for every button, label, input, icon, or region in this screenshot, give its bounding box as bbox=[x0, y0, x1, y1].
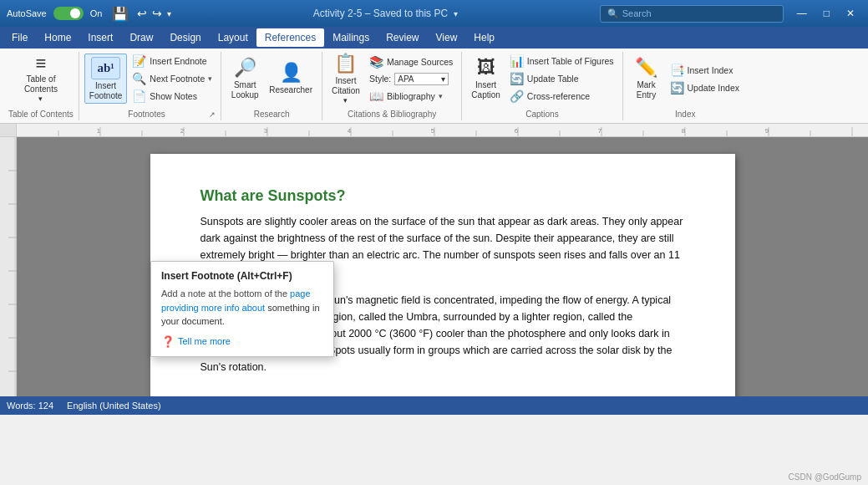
svg-text:7: 7 bbox=[598, 127, 602, 135]
update-table-button[interactable]: 🔄 Update Table bbox=[506, 70, 617, 87]
ribbon-group-captions: 🖼 InsertCaption 📊 Insert Table of Figure… bbox=[462, 52, 622, 120]
update-table-icon: 🔄 bbox=[510, 72, 524, 85]
undo-icon[interactable]: ↩ bbox=[137, 7, 147, 20]
toc-group-footer: Table of Contents bbox=[8, 108, 74, 120]
title-bar: AutoSave On 💾 ↩ ↪ ▾ Activity 2-5 – Saved… bbox=[0, 0, 868, 27]
bibliography-label: Bibliography bbox=[387, 91, 435, 101]
menu-review[interactable]: Review bbox=[378, 28, 427, 47]
captions-items: 🖼 InsertCaption 📊 Insert Table of Figure… bbox=[467, 54, 617, 107]
caption-icon: 🖼 bbox=[477, 57, 495, 79]
ribbon-group-research: 🔎 SmartLookup 👤 Researcher Research bbox=[221, 52, 322, 120]
captions-group-footer: Captions bbox=[467, 108, 617, 120]
ribbon-group-toc: ≡ Table ofContents ▾ Table of Contents bbox=[3, 52, 79, 120]
style-value: APA bbox=[398, 74, 414, 84]
save-icon[interactable]: 💾 bbox=[112, 6, 129, 22]
menu-help[interactable]: Help bbox=[465, 28, 503, 47]
insert-endnote-button[interactable]: 📝 Insert Endnote bbox=[129, 53, 216, 69]
document-area: What are Sunspots? Sunspots are slightly… bbox=[0, 137, 868, 396]
index-small-group: 📑 Insert Index 🔄 Update Index bbox=[667, 54, 743, 104]
ribbon: ≡ Table ofContents ▾ Table of Contents a… bbox=[0, 48, 868, 124]
language: English (United States) bbox=[67, 401, 161, 411]
footnote-icon: ab¹ bbox=[91, 57, 119, 79]
maximize-button[interactable]: □ bbox=[817, 8, 836, 19]
index-group-footer: Index bbox=[628, 108, 743, 120]
insert-citation-button[interactable]: 📋 InsertCitation ▾ bbox=[327, 54, 364, 104]
tooltip-tell-more-link[interactable]: ❓ Tell me more bbox=[161, 335, 323, 348]
menu-home[interactable]: Home bbox=[36, 28, 79, 47]
captions-small-group: 📊 Insert Table of Figures 🔄 Update Table… bbox=[506, 54, 617, 104]
endnote-icon: 📝 bbox=[132, 54, 146, 68]
ruler: 1 2 3 4 5 6 7 8 9 bbox=[0, 124, 868, 137]
style-label: Style: bbox=[369, 74, 391, 84]
mark-entry-icon: ✏️ bbox=[635, 57, 657, 79]
citation-arrow-icon: ▾ bbox=[343, 96, 348, 105]
menu-mailings[interactable]: Mailings bbox=[324, 28, 378, 47]
help-icon: ❓ bbox=[161, 335, 175, 348]
toc-arrow-icon: ▾ bbox=[38, 94, 43, 103]
search-box[interactable]: 🔍 Search bbox=[600, 5, 784, 23]
menu-design[interactable]: Design bbox=[161, 28, 209, 47]
update-table-label: Update Table bbox=[527, 74, 579, 84]
research-items: 🔎 SmartLookup 👤 Researcher bbox=[226, 54, 317, 107]
show-notes-label: Show Notes bbox=[150, 91, 197, 101]
menu-draw[interactable]: Draw bbox=[121, 28, 161, 47]
insert-endnote-label: Insert Endnote bbox=[150, 56, 206, 66]
svg-text:2: 2 bbox=[180, 127, 185, 135]
insert-footnote-button[interactable]: ab¹ InsertFootnote bbox=[84, 54, 127, 104]
next-footnote-icon: 🔍 bbox=[132, 72, 146, 85]
redo-icon[interactable]: ↪ bbox=[152, 7, 162, 20]
bibliography-button[interactable]: 📖 Bibliography ▾ bbox=[366, 88, 456, 105]
cross-reference-button[interactable]: 🔗 Cross-reference bbox=[506, 88, 617, 105]
smart-lookup-label: SmartLookup bbox=[231, 80, 259, 100]
manage-sources-button[interactable]: 📚 Manage Sources bbox=[366, 54, 456, 70]
autosave-state: On bbox=[90, 8, 103, 18]
update-index-icon: 🔄 bbox=[670, 81, 684, 94]
autosave-label: AutoSave bbox=[7, 8, 47, 18]
footnotes-expand-icon[interactable]: ↗ bbox=[209, 110, 216, 119]
toc-label: Table ofContents bbox=[24, 74, 58, 94]
researcher-button[interactable]: 👤 Researcher bbox=[265, 54, 317, 104]
show-notes-button[interactable]: 📄 Show Notes bbox=[129, 88, 216, 105]
tooltip-title: Insert Footnote (Alt+Ctrl+F) bbox=[161, 270, 323, 282]
manage-sources-label: Manage Sources bbox=[387, 57, 453, 67]
insert-citation-label: InsertCitation bbox=[332, 76, 360, 96]
toc-items: ≡ Table ofContents ▾ bbox=[20, 54, 62, 107]
toc-button[interactable]: ≡ Table ofContents ▾ bbox=[20, 54, 62, 104]
title-dropdown-icon[interactable]: ▾ bbox=[454, 9, 458, 18]
svg-text:4: 4 bbox=[348, 127, 352, 135]
search-placeholder: Search bbox=[622, 8, 652, 18]
status-bar: Words: 124 English (United States) bbox=[0, 396, 868, 415]
window-controls: — □ ✕ bbox=[790, 8, 861, 19]
close-button[interactable]: ✕ bbox=[840, 8, 861, 19]
mark-entry-button[interactable]: ✏️ MarkEntry bbox=[628, 54, 665, 104]
next-footnote-button[interactable]: 🔍 Next Footnote ▾ bbox=[129, 70, 216, 87]
insert-index-button[interactable]: 📑 Insert Index bbox=[667, 62, 743, 79]
update-index-label: Update Index bbox=[688, 83, 739, 93]
menu-view[interactable]: View bbox=[428, 28, 466, 47]
citations-small-group: 📚 Manage Sources Style: APA ▾ 📖 Bibliogr… bbox=[366, 54, 456, 104]
minimize-button[interactable]: — bbox=[790, 8, 814, 19]
update-index-button[interactable]: 🔄 Update Index bbox=[667, 79, 743, 96]
cross-reference-icon: 🔗 bbox=[510, 89, 524, 103]
next-footnote-label: Next Footnote bbox=[150, 74, 205, 84]
insert-caption-button[interactable]: 🖼 InsertCaption bbox=[467, 54, 504, 104]
style-dropdown-arrow: ▾ bbox=[441, 74, 445, 84]
footnotes-group-footer: Footnotes ↗ bbox=[84, 108, 216, 120]
search-icon: 🔍 bbox=[607, 8, 619, 19]
show-notes-icon: 📄 bbox=[132, 89, 146, 103]
style-row: Style: APA ▾ bbox=[366, 71, 456, 87]
tooltip-body: Add a note at the bottom of the page pro… bbox=[161, 287, 323, 329]
autosave-toggle[interactable] bbox=[53, 7, 84, 20]
researcher-label: Researcher bbox=[269, 85, 312, 95]
svg-text:9: 9 bbox=[765, 127, 769, 135]
menu-references[interactable]: References bbox=[256, 28, 324, 47]
research-group-footer: Research bbox=[226, 108, 317, 120]
menu-layout[interactable]: Layout bbox=[210, 28, 256, 47]
citations-items: 📋 InsertCitation ▾ 📚 Manage Sources Styl… bbox=[327, 54, 456, 107]
ribbon-group-index: ✏️ MarkEntry 📑 Insert Index 🔄 Update Ind… bbox=[623, 52, 748, 120]
smart-lookup-button[interactable]: 🔎 SmartLookup bbox=[226, 54, 263, 104]
insert-table-figures-button[interactable]: 📊 Insert Table of Figures bbox=[506, 53, 617, 69]
menu-insert[interactable]: Insert bbox=[79, 28, 121, 47]
style-dropdown[interactable]: APA ▾ bbox=[394, 73, 449, 85]
menu-file[interactable]: File bbox=[3, 28, 36, 47]
